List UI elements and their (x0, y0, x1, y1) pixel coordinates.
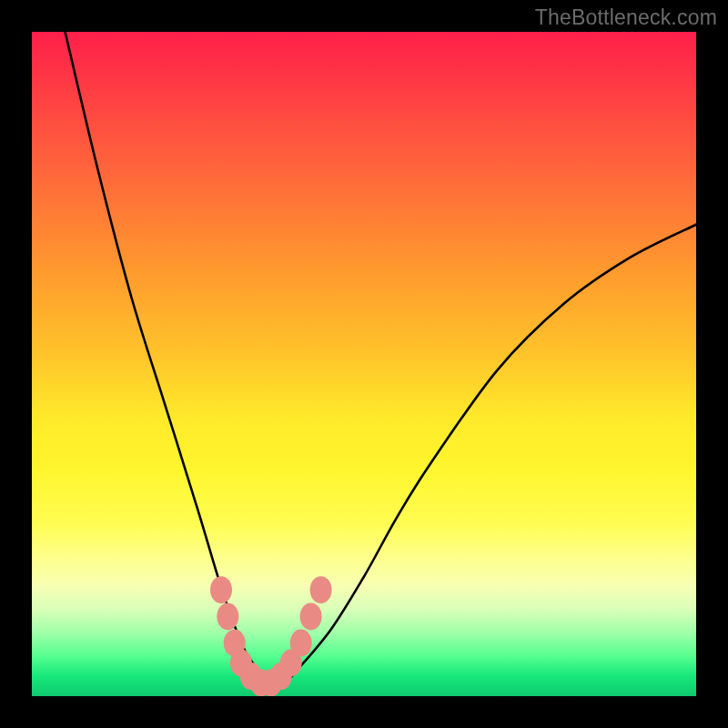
highlighted-point (290, 630, 312, 657)
bottleneck-curve-svg (32, 32, 696, 696)
chart-frame: TheBottleneck.com (0, 0, 728, 728)
highlighted-point (300, 602, 322, 630)
highlighted-point (310, 576, 332, 603)
watermark-text: TheBottleneck.com (535, 5, 717, 30)
highlighted-point (217, 602, 238, 630)
highlighted-points-group (210, 576, 332, 696)
highlighted-point (210, 576, 232, 603)
bottleneck-curve-path (66, 32, 697, 684)
chart-plot-area (32, 32, 696, 696)
